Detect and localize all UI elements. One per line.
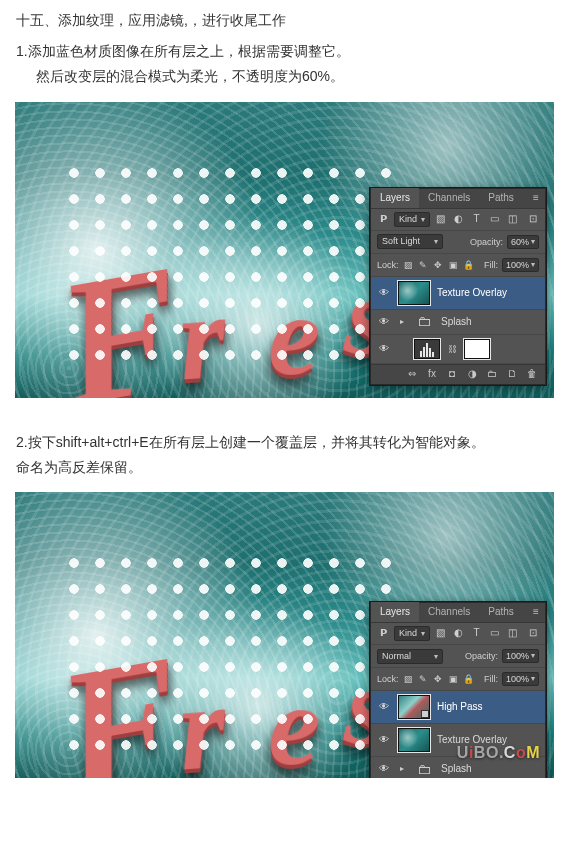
panel-menu-icon[interactable]: ≡: [527, 602, 545, 622]
lock-position-icon[interactable]: ✥: [433, 674, 444, 685]
inflatable-text: F r e s: [61, 550, 401, 760]
step-2-line-1: 2.按下shift+alt+ctrl+E在所有层上创建一个覆盖层，并将其转化为智…: [16, 430, 553, 455]
tab-paths[interactable]: Paths: [479, 188, 523, 208]
step-1: 1.添加蓝色材质图像在所有层之上，根据需要调整它。 然后改变层的混合模式为柔光，…: [16, 39, 553, 89]
tab-paths[interactable]: Paths: [479, 602, 523, 622]
blend-mode-value: Soft Light: [382, 235, 420, 248]
step-2-line-2: 命名为高反差保留。: [16, 455, 553, 480]
blend-mode-select[interactable]: Normal▾: [377, 649, 443, 664]
step-1-line-2: 然后改变层的混合模式为柔光，不透明度为60%。: [16, 64, 553, 89]
lock-label: Lock:: [377, 671, 399, 687]
panel-menu-icon[interactable]: ≡: [527, 188, 545, 208]
tab-layers[interactable]: Layers: [371, 602, 419, 622]
search-icon[interactable]: 𝗣: [377, 627, 390, 640]
visibility-eye-icon[interactable]: 👁: [377, 342, 391, 356]
mask-add-icon[interactable]: ◘: [445, 365, 459, 383]
group-caret-icon[interactable]: ▸: [397, 762, 407, 776]
chevron-down-icon: ▾: [531, 650, 535, 662]
opacity-label: Opacity:: [470, 234, 503, 250]
group-caret-icon[interactable]: ▸: [397, 315, 407, 329]
filter-toggle-icon[interactable]: ⊡: [526, 213, 539, 226]
adjustment-add-icon[interactable]: ◑: [465, 365, 479, 383]
blend-mode-value: Normal: [382, 650, 411, 663]
fill-value: 100%: [506, 259, 529, 271]
visibility-eye-icon[interactable]: 👁: [377, 733, 391, 747]
filter-adjust-icon[interactable]: ◐: [452, 213, 465, 226]
trash-icon[interactable]: 🗑: [525, 365, 539, 383]
blend-row: Soft Light▾ Opacity: 60%▾: [371, 231, 545, 254]
section-heading: 十五、添加纹理，应用滤镜,，进行收尾工作: [16, 8, 553, 33]
filter-shape-icon[interactable]: ▭: [488, 627, 501, 640]
lock-position-icon[interactable]: ✥: [433, 259, 444, 270]
fill-value: 100%: [506, 673, 529, 685]
tab-channels[interactable]: Channels: [419, 188, 479, 208]
layer-row-texture-overlay[interactable]: 👁 Texture Overlay: [371, 277, 545, 310]
filter-smart-icon[interactable]: ◫: [506, 213, 519, 226]
lock-label: Lock:: [377, 257, 399, 273]
link-icon[interactable]: ⛓: [447, 341, 457, 357]
step-1-line-1: 1.添加蓝色材质图像在所有层之上，根据需要调整它。: [16, 39, 553, 64]
lock-artboard-icon[interactable]: ▣: [448, 674, 459, 685]
fx-icon[interactable]: fx: [425, 365, 439, 383]
lock-pixel-icon[interactable]: ✎: [418, 259, 429, 270]
filter-kind-label: Kind: [399, 627, 417, 640]
lock-all-icon[interactable]: 🔒: [463, 259, 474, 270]
opacity-field[interactable]: 100%▾: [502, 649, 539, 663]
search-icon[interactable]: 𝗣: [377, 213, 390, 226]
blend-row: Normal▾ Opacity: 100%▾: [371, 645, 545, 668]
visibility-eye-icon[interactable]: 👁: [377, 700, 391, 714]
filter-row: 𝗣 Kind▾ ▧ ◐ T ▭ ◫ ⊡: [371, 623, 545, 645]
layer-row-high-pass[interactable]: 👁 High Pass: [371, 691, 545, 724]
visibility-eye-icon[interactable]: 👁: [377, 286, 391, 300]
letter-r: r: [172, 619, 234, 778]
filter-kind-select[interactable]: Kind▾: [394, 626, 430, 641]
layer-new-icon[interactable]: 🗋: [505, 365, 519, 383]
filter-shape-icon[interactable]: ▭: [488, 213, 501, 226]
group-new-icon[interactable]: 🗀: [485, 365, 499, 383]
chevron-down-icon: ▾: [531, 259, 535, 271]
lock-artboard-icon[interactable]: ▣: [448, 259, 459, 270]
filter-kind-select[interactable]: Kind▾: [394, 212, 430, 227]
figure-2: F r e s Layers Channels Paths ≡ 𝗣 Kind▾ …: [15, 492, 554, 778]
layer-mask-thumbnail[interactable]: [463, 338, 491, 360]
fill-field[interactable]: 100%▾: [502, 258, 539, 272]
lock-transparent-icon[interactable]: ▨: [403, 674, 414, 685]
visibility-eye-icon[interactable]: 👁: [377, 315, 391, 329]
filter-toggle-icon[interactable]: ⊡: [526, 627, 539, 640]
lock-row: Lock: ▨ ✎ ✥ ▣ 🔒 Fill: 100%▾: [371, 254, 545, 277]
opacity-label: Opacity:: [465, 648, 498, 664]
filter-smart-icon[interactable]: ◫: [506, 627, 519, 640]
blend-mode-select[interactable]: Soft Light▾: [377, 234, 443, 249]
tab-layers[interactable]: Layers: [371, 188, 419, 208]
layer-name: Splash: [441, 313, 472, 331]
panel-tabs: Layers Channels Paths ≡: [371, 603, 545, 623]
tab-channels[interactable]: Channels: [419, 602, 479, 622]
link-layers-icon[interactable]: ⇔: [405, 365, 419, 383]
chevron-down-icon: ▾: [531, 673, 535, 685]
fill-field[interactable]: 100%▾: [502, 672, 539, 686]
layer-name: Texture Overlay: [437, 284, 507, 302]
fill-label: Fill:: [484, 257, 498, 273]
lock-pixel-icon[interactable]: ✎: [418, 674, 429, 685]
filter-type-icon[interactable]: T: [470, 213, 483, 226]
visibility-eye-icon[interactable]: 👁: [377, 762, 391, 776]
layer-thumbnail[interactable]: [397, 694, 431, 720]
filter-adjust-icon[interactable]: ◐: [452, 627, 465, 640]
layer-thumbnail[interactable]: [397, 727, 431, 753]
lock-transparent-icon[interactable]: ▨: [403, 259, 414, 270]
lock-all-icon[interactable]: 🔒: [463, 674, 474, 685]
layers-list: 👁 Texture Overlay 👁 ▸ 🗀 Splash 👁 ⛓: [371, 277, 545, 364]
layer-thumbnail[interactable]: [397, 280, 431, 306]
opacity-field[interactable]: 60%▾: [507, 235, 539, 249]
folder-icon: 🗀: [413, 313, 435, 331]
letter-e: e: [265, 621, 323, 778]
layer-row-levels[interactable]: 👁 ⛓: [371, 335, 545, 364]
levels-adjustment-icon[interactable]: [413, 338, 441, 360]
filter-type-icon[interactable]: T: [470, 627, 483, 640]
layer-row-splash[interactable]: 👁 ▸ 🗀 Splash: [371, 310, 545, 335]
smart-object-badge-icon: [421, 710, 429, 718]
opacity-value: 100%: [506, 650, 529, 662]
fill-label: Fill:: [484, 671, 498, 687]
filter-pixel-icon[interactable]: ▧: [434, 627, 447, 640]
filter-pixel-icon[interactable]: ▧: [434, 213, 447, 226]
